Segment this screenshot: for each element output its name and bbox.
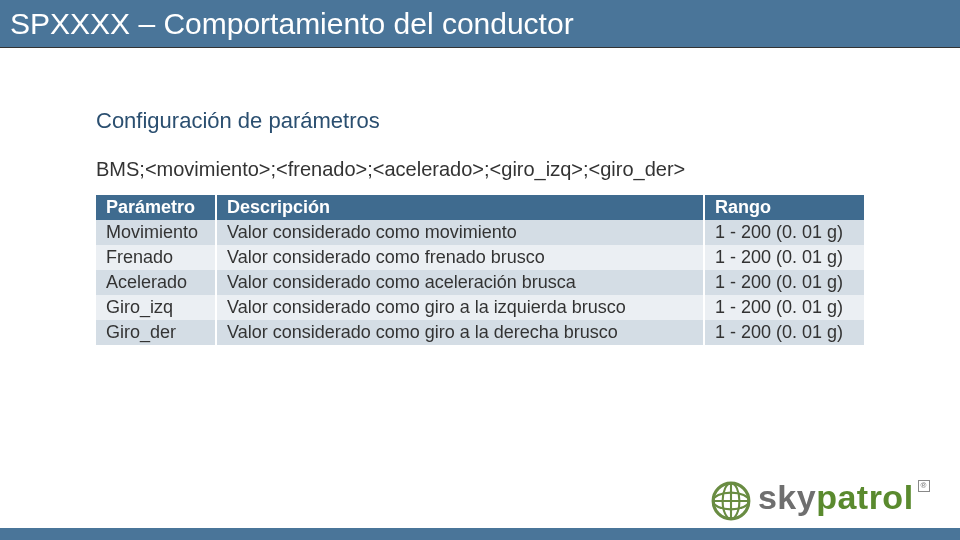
table-header-row: Parámetro Descripción Rango [96,195,864,220]
section-heading: Configuración de parámetros [96,108,864,134]
slide: SPXXXX – Comportamiento del conductor Co… [0,0,960,540]
cell-desc: Valor considerado como frenado brusco [216,245,704,270]
cell-param: Giro_izq [96,295,216,320]
th-rango: Rango [704,195,864,220]
cell-range: 1 - 200 (0. 01 g) [704,320,864,345]
registered-icon: ® [918,480,930,492]
cell-desc: Valor considerado como aceleración brusc… [216,270,704,295]
parameters-table: Parámetro Descripción Rango Movimiento V… [96,195,864,345]
table-row: Giro_izq Valor considerado como giro a l… [96,295,864,320]
content-area: Configuración de parámetros BMS;<movimie… [0,48,960,345]
table-row: Movimiento Valor considerado como movimi… [96,220,864,245]
cell-range: 1 - 200 (0. 01 g) [704,295,864,320]
table-row: Acelerado Valor considerado como acelera… [96,270,864,295]
cell-range: 1 - 200 (0. 01 g) [704,220,864,245]
cell-param: Frenado [96,245,216,270]
cell-param: Giro_der [96,320,216,345]
page-title: SPXXXX – Comportamiento del conductor [10,7,574,41]
th-descripcion: Descripción [216,195,704,220]
title-bar: SPXXXX – Comportamiento del conductor [0,0,960,48]
th-parametro: Parámetro [96,195,216,220]
logo-text-pre: sky [758,480,816,514]
cell-desc: Valor considerado como giro a la izquier… [216,295,704,320]
logo-text-accent: patrol [816,480,913,514]
logo: skypatrol ® [710,480,930,522]
cell-range: 1 - 200 (0. 01 g) [704,270,864,295]
cell-desc: Valor considerado como giro a la derecha… [216,320,704,345]
cell-param: Movimiento [96,220,216,245]
cell-desc: Valor considerado como movimiento [216,220,704,245]
cell-param: Acelerado [96,270,216,295]
globe-icon [710,480,752,522]
logo-text: skypatrol ® [758,480,930,514]
table-row: Giro_der Valor considerado como giro a l… [96,320,864,345]
cell-range: 1 - 200 (0. 01 g) [704,245,864,270]
command-syntax: BMS;<movimiento>;<frenado>;<acelerado>;<… [96,158,864,181]
table-row: Frenado Valor considerado como frenado b… [96,245,864,270]
footer-bar [0,528,960,540]
